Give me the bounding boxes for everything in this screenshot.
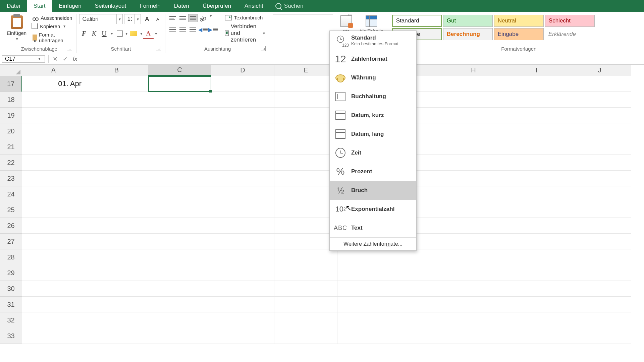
cell-B32[interactable] — [85, 312, 148, 328]
cell-I33[interactable] — [505, 328, 568, 344]
align-right-button[interactable] — [188, 25, 198, 34]
nf-number[interactable]: 12 Zahlenformat — [330, 50, 416, 68]
cell-A17[interactable]: 01. Apr — [22, 76, 85, 92]
cell-A28[interactable] — [22, 249, 85, 265]
cell-A33[interactable] — [22, 328, 85, 344]
orientation-button[interactable]: ab — [197, 13, 209, 25]
cell-H24[interactable] — [442, 186, 505, 202]
cell-C22[interactable] — [148, 155, 211, 171]
cell-E33[interactable] — [274, 328, 337, 344]
cell-E29[interactable] — [274, 265, 337, 281]
cell-B27[interactable] — [85, 234, 148, 249]
cell-F33[interactable] — [337, 328, 379, 344]
cell-C30[interactable] — [148, 281, 211, 297]
cell-E28[interactable] — [274, 249, 337, 265]
align-left-button[interactable] — [168, 25, 177, 34]
cell-D26[interactable] — [211, 218, 274, 234]
cell-F29[interactable] — [337, 265, 379, 281]
row-header-30[interactable]: 30 — [0, 281, 22, 297]
nf-time[interactable]: Zeit — [330, 143, 416, 162]
chevron-down-icon[interactable]: ▼ — [36, 57, 43, 61]
cell-J20[interactable] — [568, 123, 631, 139]
cell-D33[interactable] — [211, 328, 274, 344]
cell-J22[interactable] — [568, 155, 631, 171]
number-format-combo[interactable]: ▼ — [273, 14, 333, 24]
cell-B30[interactable] — [85, 281, 148, 297]
increase-font-button[interactable]: A — [142, 14, 152, 24]
cell-J21[interactable] — [568, 139, 631, 155]
tab-review[interactable]: Überprüfen — [196, 0, 238, 12]
cell-C24[interactable] — [148, 186, 211, 202]
chevron-down-icon[interactable]: ▼ — [135, 14, 141, 24]
wrap-text-button[interactable]: Textumbruch — [224, 14, 267, 21]
cell-I27[interactable] — [505, 234, 568, 249]
chevron-down-icon[interactable]: ▼ — [209, 14, 212, 23]
row-header-31[interactable]: 31 — [0, 297, 22, 312]
cell-J33[interactable] — [568, 328, 631, 344]
chevron-down-icon[interactable]: ▼ — [154, 32, 158, 36]
cell-C18[interactable] — [148, 92, 211, 108]
row-header-21[interactable]: 21 — [0, 139, 22, 155]
style-schlecht[interactable]: Schlecht — [545, 15, 595, 27]
italic-button[interactable]: K — [89, 29, 99, 38]
cell-D30[interactable] — [211, 281, 274, 297]
cell-D20[interactable] — [211, 123, 274, 139]
cell-E19[interactable] — [274, 108, 337, 123]
cell-C27[interactable] — [148, 234, 211, 249]
nf-date-short[interactable]: Datum, kurz — [330, 106, 416, 125]
cell-B25[interactable] — [85, 202, 148, 218]
format-painter-button[interactable]: Format übertragen — [31, 31, 73, 44]
cell-A23[interactable] — [22, 171, 85, 186]
cell-C29[interactable] — [148, 265, 211, 281]
cell-D17[interactable] — [211, 76, 274, 92]
cell-B24[interactable] — [85, 186, 148, 202]
cell-D27[interactable] — [211, 234, 274, 249]
cell-C32[interactable] — [148, 312, 211, 328]
cell-E21[interactable] — [274, 139, 337, 155]
style-erklar[interactable]: Erklärende — [545, 28, 595, 40]
cell-H18[interactable] — [442, 92, 505, 108]
cell-G31[interactable] — [379, 297, 442, 312]
row-header-19[interactable]: 19 — [0, 108, 22, 123]
cell-A32[interactable] — [22, 312, 85, 328]
cell-A26[interactable] — [22, 218, 85, 234]
nf-more-formats[interactable]: Weitere Zahlenformate... — [330, 237, 416, 250]
align-top-button[interactable] — [168, 14, 177, 22]
copy-button[interactable]: Kopieren ▼ — [31, 23, 73, 30]
nf-accounting[interactable]: Buchhaltung — [330, 87, 416, 106]
cell-B17[interactable] — [85, 76, 148, 92]
cell-J23[interactable] — [568, 171, 631, 186]
cell-B29[interactable] — [85, 265, 148, 281]
row-header-23[interactable]: 23 — [0, 171, 22, 186]
font-size-input[interactable] — [124, 16, 135, 22]
cell-G30[interactable] — [379, 281, 442, 297]
underline-button[interactable]: U — [99, 29, 109, 38]
cell-I25[interactable] — [505, 202, 568, 218]
cell-E24[interactable] — [274, 186, 337, 202]
row-header-18[interactable]: 18 — [0, 92, 22, 108]
row-header-27[interactable]: 27 — [0, 234, 22, 249]
row-header-24[interactable]: 24 — [0, 186, 22, 202]
cell-E25[interactable] — [274, 202, 337, 218]
cell-I19[interactable] — [505, 108, 568, 123]
chevron-down-icon[interactable]: ▼ — [110, 32, 113, 36]
row-header-29[interactable]: 29 — [0, 265, 22, 281]
cell-E23[interactable] — [274, 171, 337, 186]
col-header-E[interactable]: E — [274, 65, 337, 76]
cell-H20[interactable] — [442, 123, 505, 139]
cell-I17[interactable] — [505, 76, 568, 92]
cell-A21[interactable] — [22, 139, 85, 155]
style-neutral[interactable]: Neutral — [494, 15, 544, 27]
decrease-indent-button[interactable]: ◀ — [198, 25, 208, 34]
align-bottom-button[interactable] — [188, 14, 198, 22]
cell-C17[interactable] — [148, 76, 211, 92]
cell-G29[interactable] — [379, 265, 442, 281]
cell-E22[interactable] — [274, 155, 337, 171]
col-header-B[interactable]: B — [85, 65, 148, 76]
row-header-33[interactable]: 33 — [0, 328, 22, 344]
style-standard[interactable]: Standard — [392, 15, 442, 27]
nf-text[interactable]: ABC Text — [330, 219, 416, 237]
cell-D21[interactable] — [211, 139, 274, 155]
cell-E32[interactable] — [274, 312, 337, 328]
cell-H26[interactable] — [442, 218, 505, 234]
